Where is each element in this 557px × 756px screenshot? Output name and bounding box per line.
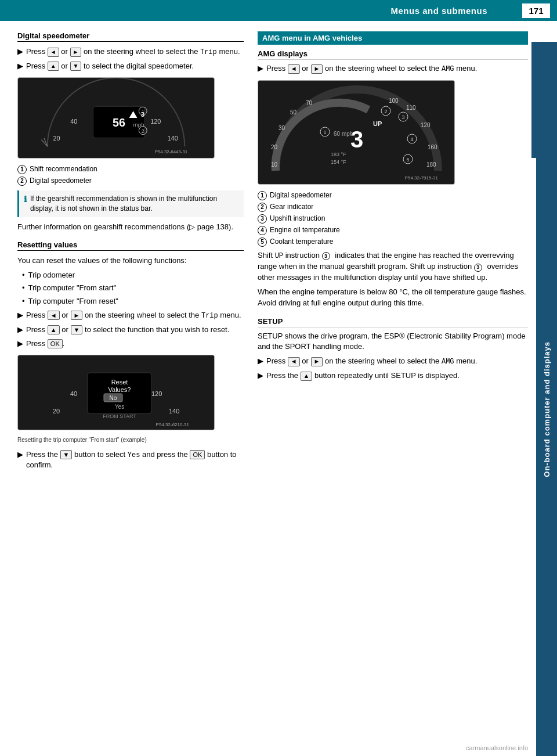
- svg-text:183 °F: 183 °F: [331, 152, 346, 157]
- svg-text:4: 4: [410, 136, 413, 142]
- arrow-icon-1: ▶: [17, 47, 23, 57]
- resetting-intro: You can reset the values of the followin…: [17, 255, 244, 267]
- right-column: AMG menu in AMG vehicles AMG displays ▶ …: [258, 31, 528, 474]
- amg-label-4: 4 Engine oil temperature: [258, 225, 528, 235]
- speedo-labels-1: 1 Shift recommendation 2 Digital speedom…: [17, 164, 244, 186]
- bullet-1: • Trip odometer: [17, 270, 244, 280]
- svg-text:100: 100: [389, 98, 399, 104]
- svg-text:2: 2: [142, 128, 144, 134]
- svg-text:180: 180: [426, 161, 436, 168]
- svg-text:Values?: Values?: [108, 386, 131, 393]
- svg-text:154 °F: 154 °F: [331, 159, 346, 165]
- right-key-3: ►: [311, 64, 323, 74]
- footer-watermark: carmanualsonline.info: [466, 744, 528, 751]
- digital-speedo-item-1: ▶ Press ◄ or ► on the steering wheel to …: [17, 46, 244, 57]
- svg-text:5: 5: [406, 157, 409, 163]
- svg-text:120: 120: [151, 390, 162, 397]
- amg-svg: 10 20 30 50 70 180 160 120 110 100 3 60 …: [258, 81, 455, 185]
- amg-label-1: 1 Digital speedometer: [258, 190, 528, 200]
- right-key-2: ►: [71, 311, 83, 320]
- shift-text-2: When the engine temperature is below 80 …: [258, 287, 528, 309]
- reset-item-1: ▶ Press ◄ or ► on the steering wheel to …: [17, 310, 244, 321]
- bullet-2: • Trip computer "From start": [17, 283, 244, 293]
- svg-text:60 mph: 60 mph: [334, 131, 353, 137]
- left-column: Digital speedometer ▶ Press ◄ or ► on th…: [17, 31, 244, 474]
- svg-text:FROM START: FROM START: [103, 413, 136, 419]
- setup-item-1: ▶ Press ◄ or ► on the steering wheel to …: [258, 356, 528, 367]
- svg-text:20: 20: [53, 135, 60, 142]
- svg-text:No: No: [110, 395, 117, 401]
- svg-text:1: 1: [142, 109, 144, 114]
- ok-key-2: OK: [190, 450, 205, 459]
- svg-text:Yes: Yes: [115, 404, 124, 410]
- svg-text:P54.32-7915-31: P54.32-7915-31: [405, 175, 439, 181]
- amg-label-3: 3 Upshift instruction: [258, 214, 528, 224]
- svg-text:1: 1: [323, 129, 326, 135]
- speedo-svg-1: 20 40 120 140 56 mph 3 1: [18, 78, 214, 158]
- speedometer-image-1: 20 40 120 140 56 mph 3 1: [17, 77, 215, 159]
- shift-text-1: Shift UP instruction 3 indicates that th…: [258, 250, 528, 283]
- amg-displays-heading: AMG displays: [258, 49, 528, 60]
- page-number: 171: [522, 3, 550, 18]
- right-key: ►: [70, 48, 82, 57]
- up-key-1: ▲: [48, 62, 59, 71]
- svg-text:P54.32-6210-31: P54.32-6210-31: [156, 422, 190, 427]
- svg-text:10: 10: [271, 161, 278, 168]
- down-key-2: ▼: [71, 325, 83, 334]
- svg-text:140: 140: [168, 135, 178, 142]
- setup-item-2: ▶ Press the ▲ button repeatedly until SE…: [258, 370, 528, 381]
- up-key-2: ▲: [48, 325, 60, 334]
- amg-labels: 1 Digital speedometer 2 Gear indicator 3…: [258, 190, 528, 247]
- svg-text:20: 20: [271, 144, 278, 150]
- svg-text:56: 56: [113, 116, 125, 129]
- setup-intro: SETUP shows the drive program, the ESP® …: [258, 331, 528, 353]
- speedo-label-2: 2 Digital speedometer: [17, 176, 244, 186]
- svg-text:P54.32-6443-31: P54.32-6443-31: [155, 149, 187, 154]
- svg-text:20: 20: [53, 408, 60, 415]
- digital-speedometer-heading: Digital speedometer: [17, 31, 244, 42]
- info-icon: ℹ: [24, 194, 27, 214]
- svg-text:30: 30: [278, 125, 285, 131]
- reset-item-2: ▶ Press ▲ or ▼ to select the function th…: [17, 325, 244, 335]
- svg-text:110: 110: [406, 105, 416, 111]
- digital-speedo-item-2: ▶ Press ▲ or ▼ to select the digital spe…: [17, 61, 244, 71]
- svg-text:3: 3: [402, 114, 404, 120]
- svg-text:Reset: Reset: [111, 379, 128, 386]
- svg-text:2: 2: [384, 109, 387, 114]
- amg-item-1: ▶ Press ◄ or ► on the steering wheel to …: [258, 63, 528, 74]
- reset-item-3: ▶ Press OK.: [17, 339, 244, 349]
- svg-text:140: 140: [169, 408, 179, 415]
- final-item-1: ▶ Press the ▼ button to select Yes and p…: [17, 449, 244, 471]
- amg-menu-heading: AMG menu in AMG vehicles: [258, 31, 528, 45]
- arrow-icon-2: ▶: [17, 62, 23, 71]
- svg-text:40: 40: [70, 390, 77, 397]
- reset-image: 20 40 120 140 Reset Values? No Yes FROM …: [17, 355, 215, 430]
- svg-text:120: 120: [150, 118, 161, 125]
- amg-gauge-image: 10 20 30 50 70 180 160 120 110 100 3 60 …: [258, 80, 455, 185]
- reset-svg: 20 40 120 140 Reset Values? No Yes FROM …: [18, 355, 215, 430]
- ok-key-1: OK: [48, 339, 63, 348]
- main-content: Digital speedometer ▶ Press ◄ or ► on th…: [0, 21, 557, 484]
- left-key-4: ◄: [288, 357, 300, 366]
- svg-text:UP: UP: [373, 120, 382, 127]
- header-bar: Menus and submenus 171: [0, 0, 557, 21]
- amg-label-5: 5 Coolant temperature: [258, 237, 528, 247]
- down-key-3: ▼: [60, 450, 73, 459]
- sidebar-accent: [531, 42, 536, 158]
- setup-heading: SETUP: [258, 317, 528, 327]
- resetting-values-heading: Resetting values: [17, 240, 244, 251]
- svg-text:50: 50: [290, 109, 297, 116]
- svg-text:160: 160: [428, 144, 437, 150]
- further-info: Further information on gearshift recomme…: [17, 222, 244, 233]
- right-key-4: ►: [311, 357, 323, 366]
- section-title: Menus and submenus: [0, 6, 522, 16]
- speedo-label-1: 1 Shift recommendation: [17, 164, 244, 174]
- left-key-3: ◄: [288, 64, 300, 74]
- sidebar-label: On-board computer and displays: [536, 42, 557, 756]
- svg-text:120: 120: [421, 122, 431, 128]
- svg-text:40: 40: [70, 118, 77, 125]
- svg-text:70: 70: [306, 100, 313, 106]
- info-box-1: ℹ If the gearshift recommendation is sho…: [17, 190, 244, 217]
- down-key-1: ▼: [70, 62, 82, 71]
- bullet-3: • Trip computer "From reset": [17, 296, 244, 307]
